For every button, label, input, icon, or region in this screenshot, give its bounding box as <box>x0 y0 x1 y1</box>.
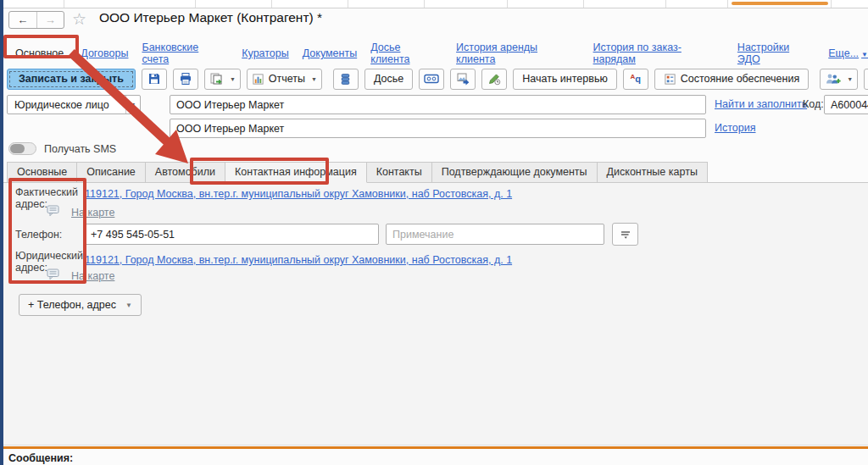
tab-separator <box>64 0 64 8</box>
print-icon <box>179 72 192 86</box>
toggle-knob <box>10 144 25 153</box>
tab-contact-info[interactable]: Контактная информация <box>225 162 367 183</box>
add-phone-address-button[interactable]: + Телефон, адрес ▼ <box>19 294 142 316</box>
phone-input[interactable] <box>84 224 379 245</box>
tab-separator <box>831 0 832 8</box>
tab-separator <box>507 0 508 8</box>
tab-separator <box>271 0 272 8</box>
section-link-rental-history[interactable]: История аренды клиента <box>456 42 579 65</box>
left-edge-stripe <box>0 0 3 465</box>
tab-discount-cards[interactable]: Дисконтные карты <box>598 162 708 183</box>
forward-button[interactable]: → <box>37 12 64 28</box>
chevron-down-icon: ▼ <box>125 302 132 309</box>
section-nav: Основное Договоры Банковские счета Курат… <box>12 42 868 65</box>
section-link-edo-settings[interactable]: Настройки ЭДО <box>737 42 815 65</box>
more-actions-button[interactable]: ▼ <box>864 69 868 90</box>
code-input[interactable] <box>824 95 868 114</box>
section-link-bank-accounts[interactable]: Банковские счета <box>142 42 228 65</box>
messages-divider <box>0 446 868 449</box>
list-lines-icon <box>620 230 632 240</box>
page-title: ООО Итерьер Маркет (Контрагент) * <box>99 10 322 25</box>
section-link-documents[interactable]: Документы <box>303 47 357 59</box>
comment-icon[interactable] <box>47 205 60 218</box>
reports-icon <box>252 73 264 86</box>
sms-toggle-row: Получать SMS <box>8 142 116 155</box>
dossier-button[interactable]: Досье <box>364 69 413 90</box>
sms-toggle[interactable] <box>8 142 36 155</box>
phone-note-input[interactable] <box>386 224 604 245</box>
on-map-link-legal[interactable]: На карте <box>71 270 114 282</box>
add-client-icon <box>825 73 841 86</box>
tab-separator <box>727 0 728 8</box>
export-image-icon <box>456 72 470 86</box>
code-label: Код: <box>803 98 824 110</box>
entity-type-select[interactable]: Юридическое лицо ▼ <box>7 95 141 114</box>
phone-options-button[interactable] <box>612 223 638 246</box>
chevron-down-icon: ▼ <box>847 76 853 82</box>
tab-contacts[interactable]: Контакты <box>367 162 432 183</box>
phone-label: Телефон: <box>15 229 62 241</box>
chevron-down-icon: ▼ <box>861 51 868 58</box>
messages-label: Сообщения: <box>8 452 73 464</box>
copy-icon <box>209 72 224 86</box>
tab-confirming-documents[interactable]: Подтверждающие документы <box>432 162 598 183</box>
window-tab-strip[interactable] <box>0 0 868 8</box>
pencil-clock-icon <box>487 72 501 86</box>
on-map-link-actual[interactable]: На карте <box>71 207 114 219</box>
tab-separator <box>424 0 425 8</box>
tab-separator <box>583 0 584 8</box>
tab-main[interactable]: Основные <box>7 162 77 183</box>
sms-toggle-label: Получать SMS <box>44 143 116 155</box>
back-icon: ← <box>17 14 28 26</box>
section-link-contracts[interactable]: Договоры <box>81 47 128 59</box>
add-client-button[interactable]: ▼ <box>820 69 858 90</box>
short-name-input[interactable] <box>170 119 706 138</box>
export-image-button[interactable] <box>450 69 476 90</box>
favorite-star-icon[interactable]: ☆ <box>72 9 86 29</box>
reports-button[interactable]: Отчеты ▼ <box>247 69 322 90</box>
tab-separator <box>195 0 196 8</box>
tab-separator <box>665 0 666 8</box>
provision-state-icon <box>664 73 676 86</box>
section-link-more[interactable]: Еще...▼ <box>828 47 868 59</box>
start-interview-button[interactable]: Начать интервью <box>513 69 617 90</box>
save-and-close-button[interactable]: Записать и закрыть <box>7 69 136 90</box>
legal-address-link[interactable]: 119121, Город Москва, вн.тер.г. муниципа… <box>85 254 512 266</box>
edit-schedule-button[interactable] <box>481 69 507 90</box>
database-icon <box>339 73 352 86</box>
full-name-input[interactable] <box>170 95 706 114</box>
spellcheck-search-icon: Аq <box>631 74 642 84</box>
section-link-curators[interactable]: Кураторы <box>242 47 289 59</box>
save-icon <box>147 72 161 86</box>
print-button[interactable] <box>173 69 198 90</box>
toolbar: Записать и закрыть ▼ Отчеты ▼ Досье На <box>7 68 868 90</box>
database-button[interactable] <box>333 69 359 90</box>
chevron-down-icon: ▼ <box>230 76 236 82</box>
history-link[interactable]: История <box>715 122 755 134</box>
cassette-icon <box>424 73 439 85</box>
section-link-main[interactable]: Основное <box>12 46 67 61</box>
tab-cars[interactable]: Автомобили <box>146 162 225 183</box>
history-nav-buttons: ← → <box>8 11 64 29</box>
detail-tabs: Основные Описание Автомобили Контактная … <box>7 163 868 183</box>
provision-state-button[interactable]: Состояние обеспечения <box>654 69 809 90</box>
spellcheck-button[interactable]: Аq <box>623 69 648 90</box>
chevron-down-icon: ▼ <box>311 76 317 82</box>
chevron-down-icon: ▼ <box>125 96 140 113</box>
section-link-work-orders-history[interactable]: История по заказ-нарядам <box>593 42 724 65</box>
copy-button[interactable]: ▼ <box>204 69 241 90</box>
active-window-tab-marker <box>732 2 828 5</box>
recorder-button[interactable] <box>419 69 444 90</box>
back-button[interactable]: ← <box>9 12 37 28</box>
tab-description[interactable]: Описание <box>77 162 146 183</box>
forward-icon: → <box>45 14 56 26</box>
actual-address-link[interactable]: 119121, Город Москва, вн.тер.г. муниципа… <box>85 188 512 200</box>
find-and-fill-link[interactable]: Найти и заполнить <box>715 98 807 110</box>
tab-separator <box>348 0 348 8</box>
section-link-client-dossier[interactable]: Досье клиента <box>370 42 442 65</box>
save-button[interactable] <box>142 69 167 90</box>
contractor-card-window: ← → ☆ ООО Итерьер Маркет (Контрагент) * … <box>0 0 868 465</box>
comment-icon[interactable] <box>47 268 60 281</box>
